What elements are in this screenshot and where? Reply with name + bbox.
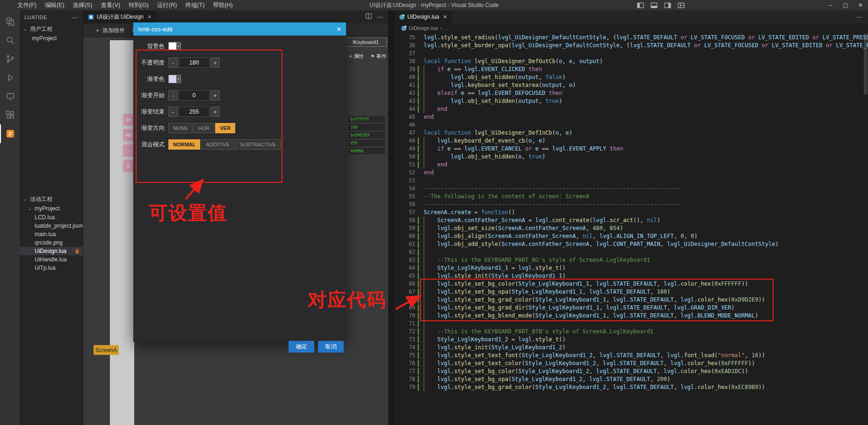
property-value-row[interactable]: 0xFFFFFF	[348, 116, 385, 122]
git-gutter-marker	[418, 360, 419, 367]
more-actions-icon[interactable]: ⋯	[856, 13, 863, 21]
file-item[interactable]: UiTp.lua	[20, 264, 83, 272]
field-label: 混合模式	[138, 141, 165, 149]
source-control-icon[interactable]	[0, 50, 20, 68]
remote-icon[interactable]	[0, 87, 20, 106]
code-text: lvgl.style_set_border_opa(lvgl_UiDesigne…	[424, 42, 868, 50]
line-number: 36	[395, 42, 415, 50]
file-item[interactable]: luatide_project.json	[20, 222, 83, 230]
field-label: 不透明度	[138, 59, 165, 67]
menu-item[interactable]: 查看(V)	[96, 0, 124, 10]
toggle-sidebar-icon[interactable]	[637, 2, 644, 9]
run-debug-icon[interactable]	[0, 68, 20, 87]
segment-option-hor[interactable]: HOR	[194, 123, 214, 133]
file-item[interactable]: qrcode.png	[20, 238, 83, 247]
extensions-icon[interactable]	[0, 106, 20, 124]
code-line: 79 lvgl.style_set_bg_grad_color(Style_Lv…	[395, 383, 868, 391]
code-line: 67 lvgl.style_set_bg_opa(Style_LvglKeybo…	[395, 288, 868, 296]
vertical-scrollbar[interactable]	[863, 33, 868, 425]
more-actions-icon[interactable]: ⋯	[376, 13, 383, 21]
sidebar-more-icon[interactable]: ⋯	[72, 14, 78, 21]
keyboard-key-chip[interactable]: AB	[123, 129, 134, 141]
increment-button[interactable]: +	[210, 107, 220, 117]
menu-item[interactable]: 编辑(E)	[41, 0, 69, 10]
split-editor-icon[interactable]	[366, 13, 372, 21]
property-value-row[interactable]: 180	[348, 124, 385, 130]
menu-item[interactable]: 选择(S)	[69, 0, 97, 10]
keyboard-key-chip[interactable]: -	[123, 144, 134, 157]
section-active-project[interactable]: ⌄ 活动工程	[20, 194, 83, 204]
menu-item[interactable]: 帮助(H)	[209, 0, 237, 10]
file-item[interactable]: UiDesign.lua	[20, 247, 83, 255]
increment-button[interactable]: +	[210, 58, 220, 68]
close-icon[interactable]: ✕	[336, 26, 341, 33]
tab-uidesign-lua[interactable]: UiDesign.lua ✕	[395, 10, 452, 23]
property-value-row[interactable]: 0xD9D2E9	[348, 132, 385, 138]
keyboard-key-chip[interactable]: E	[123, 160, 134, 172]
close-icon[interactable]: ✕	[442, 14, 447, 20]
menu-item[interactable]: 运行(R)	[153, 0, 181, 10]
toggle-panel-icon[interactable]	[651, 2, 658, 9]
color-swatch-button[interactable]: ▾	[168, 42, 181, 50]
cancel-button[interactable]: 取消	[318, 341, 344, 353]
segment-option-additive[interactable]: ADDITIVE	[201, 139, 234, 150]
property-value-row[interactable]: VER	[348, 140, 385, 146]
active-project-item[interactable]: ⌄ myProject	[20, 204, 83, 213]
maximize-button[interactable]: ▢	[838, 0, 853, 10]
component-name-field[interactable]: lKeyboard1	[345, 37, 387, 47]
close-button[interactable]: ✕	[853, 0, 868, 10]
increment-button[interactable]: +	[210, 90, 220, 101]
menu-item[interactable]: 终端(T)	[181, 0, 209, 10]
file-item[interactable]: UiHandle.lua	[20, 255, 83, 264]
line-number: 57	[395, 209, 415, 216]
file-item[interactable]: main.lua	[20, 230, 83, 238]
git-gutter-marker	[418, 82, 419, 89]
segment-option-normal[interactable]: NORMAL	[168, 139, 200, 150]
line-number: 67	[395, 288, 415, 296]
editor-group-sash[interactable]	[388, 10, 395, 425]
indent-guide	[424, 367, 424, 375]
keyboard-key-chip[interactable]: 1#	[123, 114, 134, 126]
menu-item[interactable]: 转到(G)	[124, 0, 153, 10]
decrement-button[interactable]: -	[168, 107, 178, 117]
add-component-button[interactable]: ＋添加组件	[94, 26, 125, 35]
luatide-icon[interactable]	[0, 124, 20, 143]
code-editor[interactable]: 35lvgl.style_set_radius(lvgl_UiDesigner_…	[395, 33, 868, 425]
minimize-button[interactable]: ─	[823, 0, 838, 10]
property-value-row[interactable]: NORMAL	[348, 148, 385, 154]
segment-option-none[interactable]: NONE	[168, 123, 193, 133]
search-icon[interactable]	[0, 31, 20, 50]
toggle-secondary-sidebar-icon[interactable]	[664, 2, 671, 9]
line-number: 60	[395, 232, 415, 240]
decrement-button[interactable]: -	[168, 58, 178, 68]
sidebar-header: LUATIDE ⋯	[20, 10, 83, 24]
file-item[interactable]: LCD.lua	[20, 213, 83, 222]
screen-tab-screena[interactable]: ScreenA	[94, 345, 119, 355]
section-user-project[interactable]: ⌄ 用户工程	[20, 24, 83, 34]
color-swatch-button[interactable]: ▾	[168, 75, 181, 83]
user-project-item[interactable]: myProject	[20, 34, 83, 43]
delete-file-icon[interactable]	[74, 248, 80, 254]
customize-layout-icon[interactable]	[678, 2, 685, 9]
breadcrumb[interactable]: UiDesign.lua › ...	[395, 23, 868, 33]
breadcrumb-separator-icon: ›	[440, 25, 442, 31]
ok-button[interactable]: 确定	[289, 341, 314, 353]
segment-option-ver[interactable]: VER	[215, 123, 235, 133]
close-icon[interactable]: ✕	[146, 14, 152, 20]
code-line: 59 lvgl.obj_set_size(ScreenA.contFather_…	[395, 224, 868, 232]
indent-guide	[424, 97, 424, 105]
tab-events[interactable]: ⚑事件	[370, 53, 386, 60]
explorer-icon[interactable]	[0, 12, 20, 31]
git-gutter-marker	[418, 90, 419, 97]
code-line: 42 elseif e == lvgl.EVENT_DEFOCUSED then	[395, 89, 868, 97]
segment-option-subtractive[interactable]: SUBTRACTIVE	[235, 139, 281, 150]
swatch-color	[169, 75, 176, 83]
tab-properties[interactable]: ✛属性	[348, 53, 364, 60]
code-text: lvgl.style_set_bg_color(Style_LvglKeyboa…	[424, 367, 748, 375]
dialog-title-bar[interactable]: hmk-css-edit ✕	[133, 22, 346, 36]
tab-ui-designer[interactable]: UI设计器:UiDesign ✕	[83, 10, 156, 23]
code-text: --This is the KEYBOARD_PART_BTN's style …	[424, 328, 653, 336]
menu-item[interactable]: 文件(F)	[13, 0, 41, 10]
code-text: ----------------------------------------…	[424, 201, 680, 209]
decrement-button[interactable]: -	[168, 90, 178, 101]
